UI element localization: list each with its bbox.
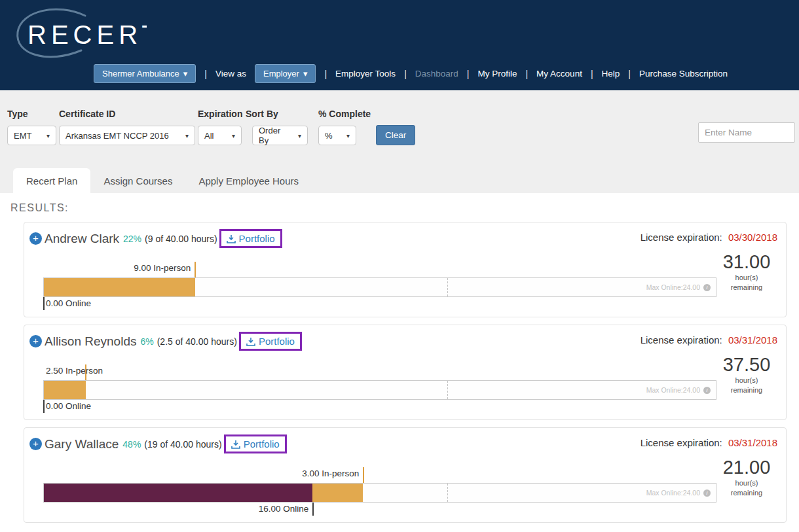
hours-remaining-word: remaining: [713, 488, 781, 498]
certificate-dropdown[interactable]: Arkansas EMT NCCP 2016 ▾: [59, 126, 195, 145]
inperson-hours-segment: [44, 278, 195, 296]
portfolio-link-label: Portfolio: [244, 438, 280, 450]
inperson-tick: [85, 364, 86, 380]
clear-filters-button[interactable]: Clear: [376, 125, 415, 145]
max-online-caption: Max Online:24.00 i: [646, 278, 711, 296]
portfolio-link-label: Portfolio: [259, 336, 295, 347]
license-expiration-date: 03/31/2018: [728, 437, 777, 448]
portfolio-link[interactable]: Portfolio: [224, 434, 287, 453]
download-icon: [227, 234, 236, 243]
sortby-dropdown-value: Order By: [259, 126, 293, 145]
employee-name: Andrew Clark: [45, 232, 119, 246]
employee-name: Gary Wallace: [45, 437, 119, 452]
employee-name-search-input[interactable]: [698, 122, 795, 143]
online-hours-label: 0.00 Online: [43, 298, 91, 308]
portfolio-link[interactable]: Portfolio: [219, 229, 282, 248]
nav-link-my-account[interactable]: My Account: [536, 69, 582, 79]
hours-remaining-unit: hour(s): [713, 478, 781, 488]
role-name: Employer: [263, 69, 299, 79]
employee-card-header: + Allison Reynolds 6% (2.5 of 40.00 hour…: [29, 332, 302, 351]
license-expiration-date: 03/30/2018: [728, 232, 777, 243]
results-heading: RESULTS:: [10, 202, 799, 214]
expiration-dropdown[interactable]: All ▾: [198, 126, 242, 145]
organization-name: Shermer Ambulance: [102, 69, 179, 79]
nav-separator: |: [525, 69, 528, 79]
employee-card: + Andrew Clark 22% (9 of 40.00 hours) Po…: [24, 222, 787, 317]
employee-card: + Allison Reynolds 6% (2.5 of 40.00 hour…: [24, 325, 787, 420]
completion-percent: 48%: [122, 439, 141, 450]
license-expiration-label: License expiration:: [641, 232, 722, 243]
type-dropdown[interactable]: EMT ▾: [7, 126, 56, 145]
expiration-filter-label: Expiration: [198, 109, 242, 119]
sortby-dropdown[interactable]: Order By ▾: [252, 126, 308, 145]
inperson-hours-segment: [44, 381, 86, 399]
max-online-marker-line: [447, 278, 448, 296]
online-hours-label: 16.00 Online: [259, 504, 309, 514]
progress-bar-track: Max Online:24.00 i: [43, 483, 716, 503]
chevron-down-icon: ▾: [346, 132, 350, 139]
info-icon[interactable]: i: [703, 489, 711, 497]
percent-complete-dropdown[interactable]: % ▾: [318, 126, 356, 145]
nav-separator: |: [204, 69, 207, 79]
sortby-filter-label: Sort By: [246, 109, 278, 119]
tab-recert-plan[interactable]: Recert Plan: [13, 168, 90, 193]
employee-card-header: + Andrew Clark 22% (9 of 40.00 hours) Po…: [29, 229, 282, 248]
expand-employee-button[interactable]: +: [29, 438, 42, 450]
download-icon: [246, 337, 255, 346]
role-dropdown-button[interactable]: Employer ▾: [255, 64, 316, 83]
nav-link-help[interactable]: Help: [602, 69, 620, 79]
hours-progress-chart: 3.00 In-person Max Online:24.00 i 16.00 …: [43, 466, 716, 520]
inperson-tick: [195, 262, 196, 277]
certificate-dropdown-value: Arkansas EMT NCCP 2016: [65, 131, 169, 141]
expand-employee-button[interactable]: +: [29, 232, 42, 245]
nav-link-my-profile[interactable]: My Profile: [477, 69, 517, 79]
inperson-hours-label: 9.00 In-person: [134, 263, 191, 273]
nav-link-employer-tools[interactable]: Employer Tools: [335, 69, 396, 79]
license-expiration-date: 03/31/2018: [728, 334, 777, 346]
completion-percent: 6%: [140, 336, 153, 347]
hours-remaining-value: 37.50: [713, 354, 781, 376]
nav-separator: |: [628, 69, 631, 79]
hours-summary: (19 of 40.00 hours): [144, 439, 221, 450]
expand-employee-button[interactable]: +: [29, 335, 42, 347]
organization-dropdown-button[interactable]: Shermer Ambulance ▾: [94, 64, 196, 83]
logo-text: RECERT: [28, 20, 147, 49]
progress-bar-track: Max Online:24.00 i: [43, 380, 716, 400]
info-icon[interactable]: i: [703, 284, 711, 291]
nav-separator: |: [467, 69, 470, 79]
hours-remaining-word: remaining: [713, 385, 781, 395]
nav-separator: |: [404, 69, 407, 79]
portfolio-link-label: Portfolio: [239, 233, 275, 244]
filter-bar: Type Certificate ID Expiration Sort By %…: [0, 90, 799, 193]
employee-card: + Gary Wallace 48% (19 of 40.00 hours) P…: [24, 427, 787, 523]
view-as-label: View as: [215, 69, 246, 79]
nav-link-purchase-subscription[interactable]: Purchase Subscription: [639, 69, 728, 79]
online-hours-label: 0.00 Online: [43, 401, 91, 411]
max-online-text: Max Online:24.00: [646, 283, 700, 291]
tab-assign-courses[interactable]: Assign Courses: [90, 168, 185, 193]
info-icon[interactable]: i: [703, 387, 711, 394]
nav-link-dashboard[interactable]: Dashboard: [415, 69, 458, 79]
hours-remaining: 21.00 hour(s) remaining: [713, 457, 781, 498]
max-online-text: Max Online:24.00: [646, 386, 700, 394]
employee-card-header: + Gary Wallace 48% (19 of 40.00 hours) P…: [29, 434, 287, 453]
hours-remaining-value: 31.00: [713, 251, 781, 273]
inperson-hours-segment: [312, 484, 363, 502]
max-online-marker-line: [447, 484, 448, 502]
license-expiration: License expiration: 03/30/2018: [641, 232, 777, 243]
license-expiration-label: License expiration:: [641, 437, 722, 448]
online-tick: [312, 503, 314, 516]
recert-logo[interactable]: RECERT: [8, 3, 147, 68]
percent-dropdown-value: %: [325, 131, 333, 141]
type-filter-label: Type: [7, 109, 28, 119]
hours-remaining-unit: hour(s): [713, 376, 781, 385]
hours-remaining-value: 21.00: [713, 457, 781, 478]
inperson-tick: [363, 467, 364, 483]
chevron-down-icon: ▾: [298, 132, 301, 139]
tab-apply-employee-hours[interactable]: Apply Employee Hours: [185, 168, 312, 193]
portfolio-link[interactable]: Portfolio: [239, 332, 302, 351]
certificate-filter-label: Certificate ID: [59, 109, 115, 119]
chevron-down-icon: ▾: [232, 132, 235, 139]
hours-summary: (2.5 of 40.00 hours): [157, 336, 237, 347]
completion-percent: 22%: [123, 234, 141, 244]
